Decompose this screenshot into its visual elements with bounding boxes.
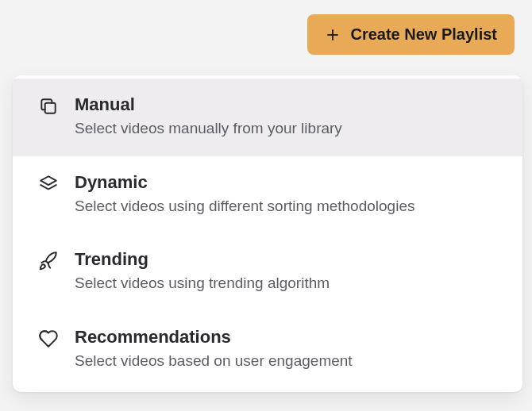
menu-item-text: Dynamic Select videos using different so… [75,172,499,217]
plus-icon [325,27,341,43]
playlist-type-menu: Manual Select videos manually from your … [13,75,522,392]
header: Create New Playlist [0,0,532,55]
create-button-label: Create New Playlist [350,25,497,44]
menu-item-description: Select videos based on user engagement [75,351,499,371]
hearts-icon [37,327,60,349]
layers-icon [37,172,60,194]
menu-item-manual[interactable]: Manual Select videos manually from your … [13,79,522,156]
menu-item-trending[interactable]: Trending Select videos using trending al… [13,233,522,311]
menu-item-title: Manual [75,94,499,115]
rocket-icon [37,249,60,271]
menu-item-text: Recommendations Select videos based on u… [75,327,499,371]
menu-item-text: Trending Select videos using trending al… [75,249,499,294]
svg-rect-2 [45,103,56,113]
copy-icon [37,94,60,117]
menu-item-title: Recommendations [75,327,499,348]
menu-item-recommendations[interactable]: Recommendations Select videos based on u… [13,311,522,389]
menu-item-description: Select videos using trending algorithm [75,273,499,294]
menu-item-description: Select videos manually from your library [75,118,499,139]
menu-item-description: Select videos using different sorting me… [75,196,499,217]
create-new-playlist-button[interactable]: Create New Playlist [307,14,515,55]
svg-marker-3 [40,176,56,185]
menu-item-text: Manual Select videos manually from your … [75,94,499,139]
menu-item-dynamic[interactable]: Dynamic Select videos using different so… [13,156,522,234]
menu-item-title: Dynamic [75,172,499,193]
menu-item-title: Trending [75,249,499,270]
